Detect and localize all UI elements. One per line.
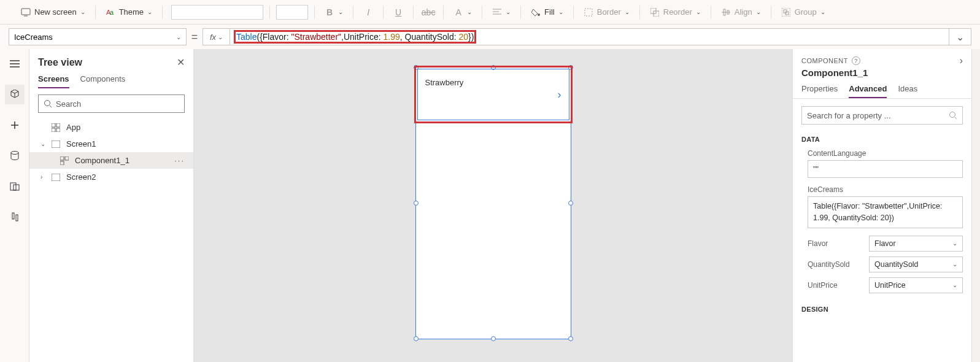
flavor-select[interactable]: Flavor⌄ [869,236,963,252]
border-label: Border [597,7,621,17]
reorder-label: Reorder [663,7,692,17]
right-scrollbar[interactable] [971,49,980,362]
align-label: Align [735,7,752,17]
svg-rect-35 [65,156,69,160]
data-rail-button[interactable] [5,146,25,166]
fx-button[interactable]: fx ⌄ [203,28,230,45]
svg-rect-34 [60,156,64,160]
formula-token: , QuantitySold: [400,32,459,42]
search-icon [949,111,957,120]
chevron-right-icon[interactable]: › [558,88,561,101]
chevron-down-icon: ⌄ [956,31,964,43]
formula-expand-button[interactable]: ⌄ [949,28,971,45]
resize-handle[interactable] [414,336,419,341]
screen-preview[interactable]: Strawberry › [416,67,571,339]
tree-item-label: App [66,123,80,132]
screen-icon [21,7,31,17]
tree-search-input[interactable]: Search [38,94,185,113]
screen-icon [52,174,61,181]
close-icon[interactable]: ✕ [177,56,185,68]
tree-view-rail-button[interactable] [5,85,25,104]
panel-section-label: COMPONENT [801,57,848,64]
svg-point-7 [538,13,540,16]
font-color-button[interactable]: A⌄ [450,6,476,19]
border-button[interactable]: Border⌄ [580,6,633,19]
align-icon [492,7,502,17]
strike-button[interactable]: abc [420,6,437,19]
left-rail [0,49,29,362]
design-canvas[interactable]: Strawberry › [194,49,792,362]
svg-rect-36 [60,161,64,165]
tab-properties[interactable]: Properties [801,84,838,98]
font-size-input[interactable] [276,5,308,20]
property-search-input[interactable]: Search for a property ... [801,106,963,125]
resize-handle[interactable] [491,336,496,341]
hamburger-button[interactable] [5,54,25,74]
svg-rect-29 [52,123,55,127]
svg-point-27 [45,101,50,106]
content-language-label: ContentLanguage [808,149,963,158]
svg-rect-30 [56,123,60,127]
tools-rail-button[interactable] [5,207,25,227]
svg-rect-37 [52,174,60,181]
svg-rect-26 [16,215,18,221]
align-button[interactable]: Align⌄ [717,6,765,19]
formula-token: 20 [458,32,468,42]
align-objects-icon [721,7,731,17]
new-screen-button[interactable]: New screen ⌄ [17,6,89,19]
formula-token: }) [468,32,474,42]
media-rail-button[interactable] [5,177,25,196]
svg-line-39 [955,117,957,119]
reorder-button[interactable]: Reorder⌄ [646,6,704,19]
top-toolbar: New screen ⌄ Aa Theme ⌄ B⌄ I U abc A⌄ ⌄ [0,0,980,25]
italic-button[interactable]: I [360,6,377,19]
tab-ideas[interactable]: Ideas [898,84,917,98]
chevron-down-icon: ⌄ [218,34,223,40]
gallery-item[interactable]: Strawberry › [417,69,569,120]
formula-token: 1.99 [383,32,399,42]
tab-advanced[interactable]: Advanced [849,84,887,98]
resize-handle[interactable] [568,336,573,341]
tree-item-label: Component1_1 [75,156,129,165]
bold-button[interactable]: B⌄ [321,6,347,19]
tree-tabs: Screens Components [29,71,193,88]
tree-item-screen2[interactable]: › Screen2 [29,169,193,185]
tree-item-component1[interactable]: Component1_1 ··· [29,152,193,169]
underline-button[interactable]: U [390,6,407,19]
flavor-label: Flavor [808,239,863,248]
quantity-sold-select[interactable]: QuantitySold⌄ [869,256,963,272]
insert-rail-button[interactable] [5,115,25,135]
resize-handle[interactable] [568,201,573,206]
tree-item-app[interactable]: App [29,119,193,136]
formula-input[interactable]: Table({Flavor: "Strawbetter",UnitPrice: … [230,28,949,45]
fill-button[interactable]: Fill⌄ [527,6,567,19]
chevron-down-icon[interactable]: ⌄ [41,141,47,147]
tab-components[interactable]: Components [80,74,126,88]
help-icon[interactable]: ? [852,56,860,65]
more-icon[interactable]: ··· [174,156,185,165]
tab-screens[interactable]: Screens [38,74,69,88]
chevron-right-icon[interactable]: › [41,174,47,180]
tree-item-screen1[interactable]: ⌄ Screen1 [29,136,193,152]
tree-view-panel: Tree view ✕ Screens Components Search Ap… [29,49,194,362]
icecreams-input[interactable]: Table({Flavor: "Strawbetter",UnitPrice: … [808,196,963,228]
chevron-down-icon: ⌄ [952,240,957,247]
component-icon [60,156,70,165]
property-search-placeholder: Search for a property ... [807,111,891,120]
content-language-input[interactable]: "" [808,160,963,178]
group-button[interactable]: Group⌄ [777,6,829,19]
chevron-down-icon: ⌄ [952,261,957,268]
unit-price-select[interactable]: UnitPrice⌄ [869,277,963,293]
tree-search-placeholder: Search [56,99,81,109]
fill-icon [531,7,541,17]
quantity-sold-label: QuantitySold [808,260,863,269]
text-align-button[interactable]: ⌄ [488,6,514,19]
formula-token: ,UnitPrice: [341,32,383,42]
font-family-select[interactable] [171,5,263,20]
property-select[interactable]: IceCreams ⌄ [9,28,187,45]
chevron-right-icon[interactable]: › [960,55,963,66]
theme-button[interactable]: Aa Theme ⌄ [102,6,156,19]
tree-item-label: Screen1 [66,139,96,148]
svg-rect-32 [56,128,60,132]
resize-handle[interactable] [414,201,419,206]
